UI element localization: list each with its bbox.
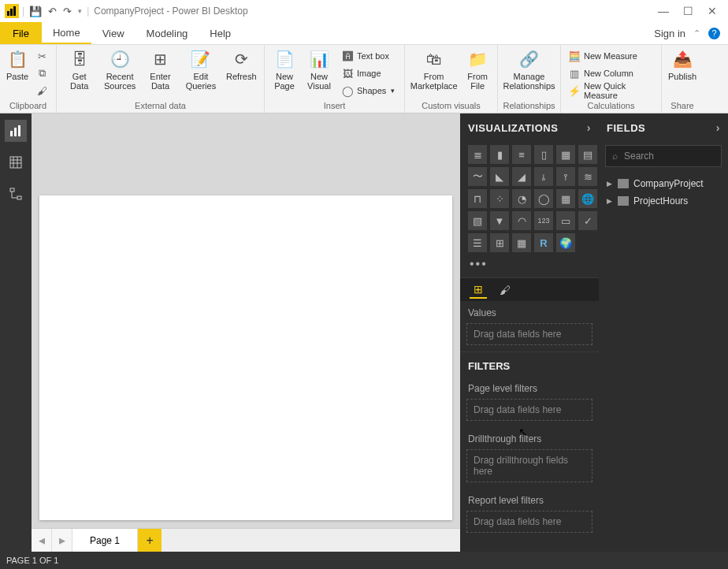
undo-icon[interactable]: ↶ — [48, 6, 57, 17]
viz-gauge-icon[interactable]: ◠ — [512, 211, 531, 230]
new-quick-measure-button[interactable]: ⚡New Quick Measure — [566, 83, 658, 99]
viz-multi-card-icon[interactable]: ▭ — [556, 211, 575, 230]
chevron-right-icon: › — [716, 121, 720, 134]
sign-in-link[interactable]: Sign in — [654, 28, 685, 39]
table-projecthours[interactable]: ▶ ProjectHours — [599, 192, 728, 210]
data-view-button[interactable] — [5, 151, 27, 173]
get-data-icon: 🗄 — [69, 48, 91, 70]
viz-map-icon[interactable]: 🌐 — [578, 189, 597, 208]
tab-file[interactable]: File — [0, 22, 42, 44]
image-label: Image — [357, 69, 381, 78]
edit-queries-button[interactable]: 📝Edit Queries — [181, 46, 220, 91]
table-companyproject[interactable]: ▶ CompanyProject — [599, 175, 728, 192]
viz-stacked-area-icon[interactable]: ◢ — [512, 167, 531, 186]
viz-r-icon[interactable]: R — [534, 233, 553, 252]
page-next-button[interactable]: ▸ — [52, 529, 72, 552]
publish-button[interactable]: 📤Publish — [665, 46, 700, 81]
visualizations-header[interactable]: VISUALIZATIONS › — [460, 113, 599, 142]
tab-help[interactable]: Help — [199, 22, 242, 44]
new-column-button[interactable]: ▥New Column — [566, 65, 658, 81]
viz-pie-icon[interactable]: ◔ — [512, 189, 531, 208]
cut-button[interactable]: ✂ — [33, 48, 50, 64]
tab-view[interactable]: View — [91, 22, 136, 44]
get-data-button[interactable]: 🗄Get Data — [60, 46, 98, 91]
viz-filled-map-icon[interactable]: ▧ — [468, 211, 487, 230]
collapse-ribbon-icon[interactable]: ⌃ — [693, 28, 700, 39]
fields-search-input[interactable]: ⌕ Search — [605, 145, 722, 167]
qat-dropdown-icon[interactable]: ▾ — [78, 7, 82, 15]
redo-icon[interactable]: ↷ — [63, 6, 72, 17]
page-filters-drop[interactable]: Drag data fields here — [466, 399, 592, 421]
from-marketplace-button[interactable]: 🛍From Marketplace — [408, 46, 459, 91]
model-view-button[interactable] — [5, 183, 27, 205]
manage-relationships-button[interactable]: 🔗Manage Relationships — [501, 46, 557, 91]
viz-line-column-icon[interactable]: ⫰ — [534, 167, 553, 186]
drill-filters-drop[interactable]: Drag drillthrough fields here — [466, 449, 592, 482]
viz-clustered-bar-icon[interactable]: ≡ — [512, 145, 531, 164]
image-button[interactable]: 🖼Image — [339, 65, 397, 81]
viz-slicer-icon[interactable]: ☰ — [468, 233, 487, 252]
page-tab-1[interactable]: Page 1 — [72, 529, 138, 552]
format-painter-button[interactable]: 🖌 — [33, 83, 50, 99]
viz-100-bar-icon[interactable]: ▦ — [556, 145, 575, 164]
enter-data-button[interactable]: ⊞Enter Data — [141, 46, 180, 91]
copy-button[interactable]: ⧉ — [33, 65, 50, 81]
minimize-icon[interactable]: — — [658, 5, 669, 17]
edit-queries-icon: 📝 — [190, 48, 212, 70]
viz-card-icon[interactable]: 123 — [534, 211, 553, 230]
page-prev-button[interactable]: ◂ — [32, 529, 52, 552]
viz-stacked-bar-icon[interactable]: ≣ — [468, 145, 487, 164]
relationships-label: Manage Relationships — [503, 72, 555, 91]
maximize-icon[interactable]: ☐ — [683, 5, 693, 17]
viz-stacked-column-icon[interactable]: ▮ — [490, 145, 509, 164]
viz-funnel-icon[interactable]: ▼ — [490, 211, 509, 230]
viz-area-icon[interactable]: ◣ — [490, 167, 509, 186]
format-tab[interactable]: 🖌 — [496, 281, 514, 299]
table-icon — [618, 196, 629, 206]
new-page-button[interactable]: 📄New Page — [268, 46, 301, 91]
new-measure-label: New Measure — [584, 51, 637, 61]
fields-well-tab[interactable]: ⊞ — [470, 281, 487, 299]
svg-rect-4 — [14, 128, 17, 136]
close-icon[interactable]: ✕ — [708, 5, 717, 17]
fields-header[interactable]: FIELDS › — [599, 113, 728, 142]
viz-treemap-icon[interactable]: ▦ — [556, 189, 575, 208]
report-view-button[interactable] — [5, 120, 27, 142]
viz-table-icon[interactable]: ⊞ — [490, 233, 509, 252]
canvas-area: ◂ ▸ Page 1 + — [32, 113, 460, 552]
paste-button[interactable]: 📋 Paste — [3, 46, 32, 81]
viz-donut-icon[interactable]: ◯ — [534, 189, 553, 208]
marketplace-icon: 🛍 — [423, 48, 445, 70]
viz-more-button[interactable]: ••• — [460, 255, 599, 277]
save-icon[interactable]: 💾 — [29, 6, 42, 17]
view-rail — [0, 113, 32, 552]
textbox-button[interactable]: 🅰Text box — [339, 48, 397, 64]
shapes-button[interactable]: ◯Shapes▾ — [339, 83, 397, 99]
tab-modeling[interactable]: Modeling — [136, 22, 199, 44]
recent-sources-button[interactable]: 🕘Recent Sources — [100, 46, 139, 91]
report-canvas[interactable] — [39, 195, 452, 520]
new-visual-button[interactable]: 📊New Visual — [303, 46, 336, 91]
refresh-button[interactable]: ⟳Refresh — [222, 46, 261, 81]
viz-line-icon[interactable]: 〜 — [468, 167, 487, 186]
visualizations-title: VISUALIZATIONS — [468, 122, 558, 134]
paint-icon: 🖌 — [35, 84, 48, 97]
viz-waterfall-icon[interactable]: ⊓ — [468, 189, 487, 208]
help-icon[interactable]: ? — [708, 28, 720, 39]
viz-line-clustered-icon[interactable]: ⫯ — [556, 167, 575, 186]
refresh-icon: ⟳ — [230, 48, 252, 70]
add-page-button[interactable]: + — [138, 529, 162, 552]
viz-arcgis-icon[interactable]: 🌍 — [556, 233, 575, 252]
viz-ribbon-icon[interactable]: ≋ — [578, 167, 597, 186]
viz-100-column-icon[interactable]: ▤ — [578, 145, 597, 164]
viz-kpi-icon[interactable]: ✓ — [578, 211, 597, 230]
new-measure-button[interactable]: 🧮New Measure — [566, 48, 658, 64]
viz-scatter-icon[interactable]: ⁘ — [490, 189, 509, 208]
enter-data-icon: ⊞ — [150, 48, 172, 70]
values-drop-zone[interactable]: Drag data fields here — [466, 323, 592, 345]
from-file-button[interactable]: 📁From File — [461, 46, 494, 91]
tab-home[interactable]: Home — [42, 22, 91, 44]
report-filters-drop[interactable]: Drag data fields here — [466, 511, 592, 533]
viz-clustered-column-icon[interactable]: ▯ — [534, 145, 553, 164]
viz-matrix-icon[interactable]: ▦ — [512, 233, 531, 252]
